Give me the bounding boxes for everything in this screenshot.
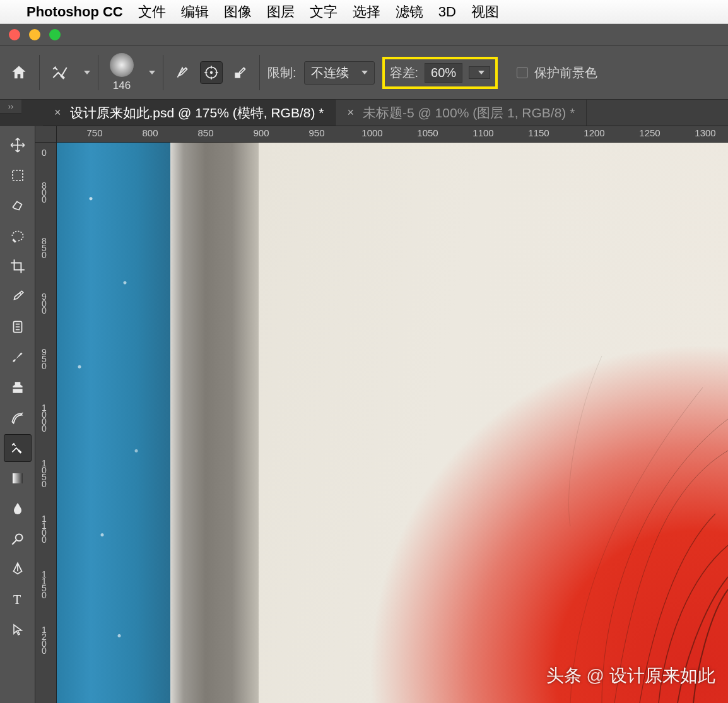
crop-tool[interactable] — [4, 252, 32, 280]
menu-select[interactable]: 选择 — [353, 3, 380, 21]
hair-strands — [413, 324, 728, 703]
background-eraser-tool[interactable] — [4, 434, 32, 462]
document-tab-1[interactable]: × 设计原来如此.psd @ 175% (模特, RGB/8) * — [43, 100, 336, 126]
blur-tool[interactable] — [4, 495, 32, 523]
type-tool[interactable]: T — [4, 586, 32, 613]
mac-menu-bar: Photoshop CC 文件 编辑 图像 图层 文字 选择 滤镜 3D 视图 — [0, 0, 728, 24]
healing-brush-tool[interactable] — [4, 313, 32, 341]
watermark-at: @ — [587, 666, 604, 686]
close-tab-icon[interactable]: × — [347, 106, 354, 119]
tab-title: 设计原来如此.psd @ 175% (模特, RGB/8) * — [70, 104, 324, 122]
menu-edit[interactable]: 编辑 — [181, 3, 209, 21]
ruler-corner[interactable] — [35, 126, 57, 143]
separator — [98, 55, 98, 90]
menu-type[interactable]: 文字 — [310, 3, 338, 21]
gradient-tool[interactable] — [4, 464, 32, 492]
menu-filter[interactable]: 滤镜 — [396, 3, 423, 21]
brush-preview-icon — [110, 53, 134, 77]
panel-expand-handle[interactable]: ›› — [0, 100, 21, 114]
brush-dropdown-icon[interactable] — [149, 71, 155, 74]
sampling-continuous-button[interactable] — [171, 61, 194, 84]
svg-point-6 — [15, 534, 22, 541]
pen-tool[interactable] — [4, 555, 32, 583]
minimize-window-button[interactable] — [29, 29, 40, 40]
sampling-group — [171, 61, 252, 84]
move-tool[interactable] — [4, 131, 32, 159]
tolerance-input[interactable]: 60% — [425, 63, 462, 83]
brush-tool[interactable] — [4, 343, 32, 371]
limits-label: 限制: — [267, 64, 296, 81]
watermark-prefix: 头条 — [546, 664, 582, 688]
brush-size-value: 146 — [113, 80, 131, 92]
chevron-down-icon — [478, 71, 484, 74]
home-button[interactable] — [6, 60, 32, 85]
vertical-ruler[interactable]: 080085090095010001050110011501200 — [35, 143, 57, 703]
chevron-down-icon — [361, 71, 368, 74]
separator — [259, 55, 260, 90]
path-selection-tool[interactable] — [4, 616, 32, 644]
maximize-window-button[interactable] — [49, 29, 61, 40]
svg-rect-5 — [13, 473, 23, 483]
separator — [39, 55, 40, 90]
separator — [163, 55, 163, 90]
document-canvas[interactable]: 头条 @设计原来如此 — [57, 143, 728, 703]
window-controls — [0, 24, 728, 45]
marquee-tool[interactable] — [4, 162, 32, 189]
limits-select[interactable]: 不连续 — [304, 61, 375, 85]
history-brush-tool[interactable] — [4, 404, 32, 432]
current-tool-icon[interactable] — [47, 60, 73, 85]
tools-panel: T — [0, 126, 35, 703]
quick-selection-tool[interactable] — [4, 222, 32, 250]
app-name[interactable]: Photoshop CC — [26, 4, 123, 20]
tolerance-dropdown[interactable] — [469, 66, 490, 79]
menu-image[interactable]: 图像 — [224, 3, 252, 21]
svg-text:T: T — [13, 593, 21, 606]
tool-options-bar: 146 限制: 不连续 容差: 60% 保护前景色 — [0, 45, 728, 100]
menu-layer[interactable]: 图层 — [267, 3, 295, 21]
tab-title: 未标题-5 @ 100% (图层 1, RGB/8) * — [363, 104, 575, 122]
dodge-tool[interactable] — [4, 525, 32, 553]
sampling-once-button[interactable] — [200, 61, 223, 84]
limits-value: 不连续 — [311, 64, 349, 81]
protect-foreground-label: 保护前景色 — [534, 64, 597, 81]
menu-3d[interactable]: 3D — [438, 4, 456, 20]
close-tab-icon[interactable]: × — [54, 106, 61, 119]
protect-foreground-checkbox[interactable] — [517, 67, 528, 78]
tolerance-label: 容差: — [390, 64, 419, 81]
tolerance-highlight: 容差: 60% — [382, 57, 498, 89]
document-tab-2[interactable]: × 未标题-5 @ 100% (图层 1, RGB/8) * — [336, 100, 587, 126]
canvas-image — [57, 143, 728, 703]
close-window-button[interactable] — [9, 29, 20, 40]
canvas-area: 7508008509009501000105011001150120012501… — [35, 126, 728, 703]
main-area: T 75080085090095010001050110011501200125… — [0, 126, 728, 703]
watermark-name: 设计原来如此 — [609, 664, 715, 688]
menu-view[interactable]: 视图 — [471, 3, 499, 21]
svg-rect-3 — [13, 170, 23, 180]
watermark: 头条 @设计原来如此 — [546, 664, 715, 688]
svg-point-1 — [210, 71, 213, 74]
brush-preset-picker[interactable]: 146 — [106, 53, 138, 92]
tool-preset-dropdown-icon[interactable] — [84, 71, 90, 74]
menu-file[interactable]: 文件 — [138, 3, 166, 21]
eyedropper-tool[interactable] — [4, 283, 32, 310]
sampling-swatch-button[interactable] — [229, 61, 252, 84]
horizontal-ruler[interactable]: 7508008509009501000105011001150120012501… — [57, 126, 728, 143]
lasso-tool[interactable] — [4, 192, 32, 220]
clone-stamp-tool[interactable] — [4, 374, 32, 401]
document-tab-bar: × 设计原来如此.psd @ 175% (模特, RGB/8) * × 未标题-… — [43, 100, 728, 126]
